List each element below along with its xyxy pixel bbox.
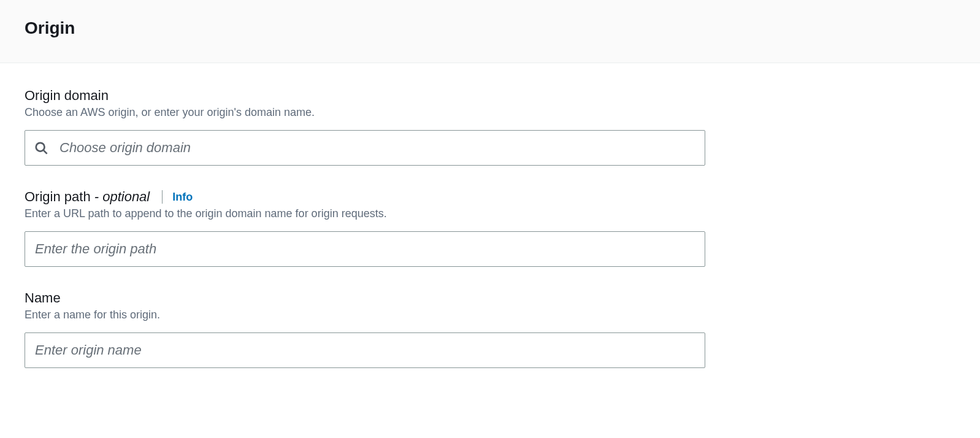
form-area: Origin domain Choose an AWS origin, or e… bbox=[0, 63, 736, 416]
page-title: Origin bbox=[25, 18, 955, 38]
field-label-row: Origin path - optional Info bbox=[25, 189, 705, 205]
origin-name-label: Name bbox=[25, 290, 61, 306]
origin-domain-input-wrap bbox=[25, 130, 705, 166]
info-link[interactable]: Info bbox=[172, 191, 193, 204]
panel-header: Origin bbox=[0, 0, 980, 63]
label-divider bbox=[162, 190, 163, 204]
origin-path-input-wrap bbox=[25, 231, 705, 267]
origin-name-description: Enter a name for this origin. bbox=[25, 309, 705, 321]
origin-domain-input[interactable] bbox=[25, 130, 705, 166]
field-label-row: Name bbox=[25, 290, 705, 306]
optional-tag: - optional bbox=[91, 189, 150, 204]
origin-path-description: Enter a URL path to append to the origin… bbox=[25, 207, 705, 220]
field-origin-domain: Origin domain Choose an AWS origin, or e… bbox=[25, 88, 705, 166]
field-origin-path: Origin path - optional Info Enter a URL … bbox=[25, 189, 705, 267]
origin-path-input[interactable] bbox=[25, 231, 705, 267]
field-label-row: Origin domain bbox=[25, 88, 705, 104]
field-origin-name: Name Enter a name for this origin. bbox=[25, 290, 705, 368]
origin-path-label: Origin path - optional bbox=[25, 189, 150, 205]
origin-domain-description: Choose an AWS origin, or enter your orig… bbox=[25, 106, 705, 119]
origin-path-label-text: Origin path bbox=[25, 189, 91, 204]
origin-domain-label: Origin domain bbox=[25, 88, 109, 104]
origin-name-input[interactable] bbox=[25, 332, 705, 368]
origin-name-input-wrap bbox=[25, 332, 705, 368]
